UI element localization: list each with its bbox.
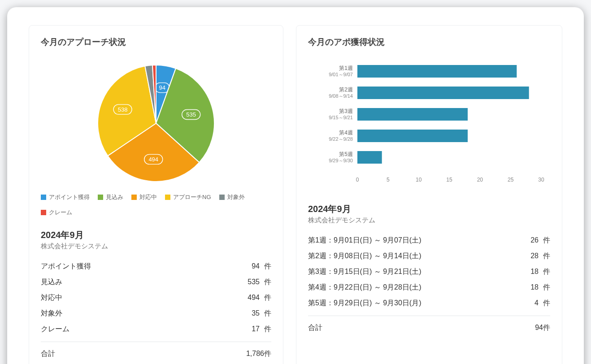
appointment-status-card: 今月のアポ獲得状況 051015202530第1週9/01～9/07第2週9/0… [296, 25, 562, 364]
cards-row: 今月のアプローチ状況 94535494538 アポイント獲得 見込み 対応中 ア… [29, 25, 562, 364]
table-row: 見込み535件 [41, 274, 271, 290]
left-total-row: 合計1,786件 [41, 345, 271, 359]
bar-chart: 051015202530第1週9/01～9/07第2週9/08～9/14第3週9… [308, 56, 550, 191]
pie-chart: 94535494538 [41, 56, 271, 191]
svg-text:94: 94 [159, 84, 165, 91]
table-row: クレーム17件 [41, 321, 271, 337]
table-row: 第1週：9月01日(日) ～ 9月07日(土)26件 [308, 233, 550, 248]
approach-card-title: 今月のアプローチ状況 [41, 36, 271, 48]
right-company: 株式会社デモシステム [308, 216, 550, 225]
left-period: 2024年9月 [41, 229, 271, 241]
table-row: 第2週：9月08日(日) ～ 9月14日(土)28件 [308, 248, 550, 264]
svg-text:0: 0 [356, 177, 359, 183]
appointment-card-title: 今月のアポ獲得状況 [308, 36, 550, 48]
table-row: 第3週：9月15日(日) ～ 9月21日(土)18件 [308, 264, 550, 280]
svg-text:第2週: 第2週 [339, 87, 353, 93]
legend-ng: アプローチNG [165, 193, 211, 201]
svg-text:535: 535 [186, 111, 196, 118]
left-company: 株式会社デモシステム [41, 242, 271, 251]
svg-text:5: 5 [387, 177, 390, 183]
table-row: 第5週：9月29日(日) ～ 9月30日(月)4件 [308, 295, 550, 311]
pie-legend: アポイント獲得 見込み 対応中 アプローチNG 対象外 クレーム [41, 191, 271, 225]
svg-text:494: 494 [148, 156, 158, 163]
svg-text:9/08～9/14: 9/08～9/14 [329, 93, 353, 99]
right-total-row: 合計94件 [308, 319, 550, 333]
divider [308, 316, 550, 316]
svg-text:第4週: 第4週 [339, 130, 353, 136]
svg-text:20: 20 [477, 177, 483, 183]
dashboard-container: 今月のアプローチ状況 94535494538 アポイント獲得 見込み 対応中 ア… [7, 7, 584, 364]
right-subheader: 2024年9月 株式会社デモシステム [308, 203, 550, 225]
legend-excluded: 対象外 [219, 193, 245, 201]
svg-text:25: 25 [508, 177, 514, 183]
legend-lead: 見込み [98, 193, 123, 201]
divider [41, 342, 271, 342]
svg-text:15: 15 [446, 177, 452, 183]
svg-text:第1週: 第1週 [339, 65, 353, 71]
left-subheader: 2024年9月 株式会社デモシステム [41, 229, 271, 251]
svg-text:9/29～9/30: 9/29～9/30 [329, 158, 353, 163]
table-row: 対象外35件 [41, 306, 271, 321]
swatch-excluded [219, 195, 225, 200]
pie-svg: 94535494538 [89, 61, 223, 186]
swatch-ng [165, 195, 170, 200]
right-period: 2024年9月 [308, 203, 550, 215]
legend-appoint: アポイント獲得 [41, 193, 90, 201]
svg-text:9/15～9/21: 9/15～9/21 [329, 115, 353, 120]
table-row: アポイント獲得94件 [41, 259, 271, 274]
swatch-inprogress [131, 195, 137, 200]
svg-rect-27 [357, 151, 382, 164]
legend-claim: クレーム [41, 208, 72, 217]
table-row: 第4週：9月22日(日) ～ 9月28日(土)18件 [308, 280, 550, 295]
right-table: 第1週：9月01日(日) ～ 9月07日(土)26件 第2週：9月08日(日) … [308, 233, 550, 333]
svg-rect-15 [357, 65, 517, 78]
svg-text:第5週: 第5週 [339, 151, 353, 157]
swatch-lead [98, 195, 103, 200]
svg-text:第3週: 第3週 [339, 108, 353, 114]
swatch-claim [41, 210, 46, 215]
svg-rect-21 [357, 108, 468, 121]
swatch-appoint [41, 195, 46, 200]
svg-text:10: 10 [416, 177, 422, 183]
left-table: アポイント獲得94件 見込み535件 対応中494件 対象外35件 クレーム17… [41, 259, 271, 359]
svg-rect-18 [357, 87, 529, 99]
svg-text:30: 30 [538, 177, 544, 183]
legend-inprogress: 対応中 [131, 193, 157, 201]
table-row: 対応中494件 [41, 290, 271, 306]
svg-text:9/01～9/07: 9/01～9/07 [329, 72, 353, 77]
svg-text:9/22～9/28: 9/22～9/28 [329, 136, 353, 142]
bar-svg: 051015202530第1週9/01～9/07第2週9/08～9/14第3週9… [308, 56, 550, 191]
svg-text:538: 538 [118, 106, 128, 113]
approach-status-card: 今月のアプローチ状況 94535494538 アポイント獲得 見込み 対応中 ア… [29, 25, 283, 364]
svg-rect-24 [357, 130, 468, 142]
